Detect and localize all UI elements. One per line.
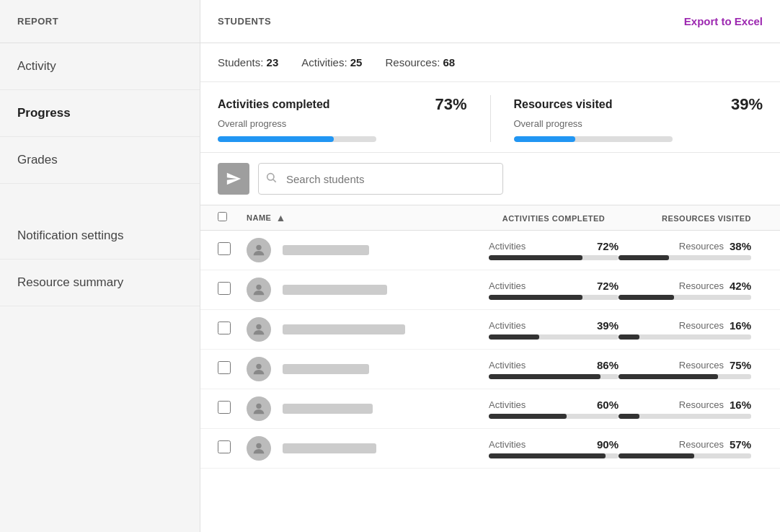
svg-point-7	[256, 443, 261, 448]
avatar-0	[247, 238, 271, 262]
progress-divider	[490, 95, 491, 142]
table-header-row: NAME ▲ ACTIVITIES COMPLETED RESOURCES VI…	[200, 205, 780, 231]
row-resources-1: Resources 42%	[619, 280, 763, 300]
send-icon	[226, 171, 241, 187]
row-checkbox-wrap	[218, 322, 247, 337]
table-row: Activities 72% Resources 42%	[200, 270, 780, 310]
row-activities-5: Activities 90%	[489, 438, 619, 458]
resources-value: 68	[443, 56, 456, 68]
main-title: STUDENTS	[218, 16, 271, 27]
row-resources-4: Resources 16%	[619, 399, 763, 419]
students-table: NAME ▲ ACTIVITIES COMPLETED RESOURCES VI…	[200, 205, 780, 532]
row-activities-0: Activities 72%	[489, 240, 619, 260]
row-checkbox-1[interactable]	[218, 282, 231, 295]
row-checkbox-4[interactable]	[218, 401, 231, 414]
activities-value: 25	[350, 56, 363, 68]
row-activities-3: Activities 86%	[489, 359, 619, 379]
search-wrap	[258, 163, 503, 195]
row-resources-0: Resources 38%	[619, 240, 763, 260]
row-name-1	[247, 278, 489, 302]
svg-point-4	[256, 324, 261, 329]
svg-point-5	[256, 364, 261, 369]
resources-visited-block: Resources visited 39% Overall progress	[514, 95, 763, 142]
avatar-icon-4	[251, 401, 267, 417]
select-all-checkbox[interactable]	[218, 212, 227, 221]
activities-column-label: ACTIVITIES COMPLETED	[502, 214, 606, 223]
name-bar-1	[283, 285, 387, 295]
row-activities-1: Activities 72%	[489, 280, 619, 300]
activities-completed-label: Activities completed	[218, 98, 330, 111]
table-row: Activities 86% Resources 75%	[200, 350, 780, 389]
students-label: Students: 23	[218, 56, 278, 68]
sidebar-item-resource-summary[interactable]: Resource summary	[0, 260, 200, 306]
sidebar-header: REPORT	[0, 0, 200, 43]
search-icon	[265, 172, 277, 186]
sidebar-item-activity[interactable]: Activity	[0, 43, 200, 90]
sidebar: REPORT Activity Progress Grades Notifica…	[0, 0, 200, 532]
row-checkbox-wrap	[218, 440, 247, 456]
avatar-icon-3	[251, 361, 267, 377]
col-name-header: NAME ▲	[247, 212, 489, 223]
sidebar-item-grades[interactable]: Grades	[0, 137, 200, 184]
row-checkbox-2[interactable]	[218, 322, 231, 334]
avatar-1	[247, 278, 271, 302]
activities-label: Activities: 25	[301, 56, 362, 68]
table-row: Activities 90% Resources 57%	[200, 429, 780, 469]
avatar-3	[247, 357, 271, 381]
table-row: Activities 72% Resources 38%	[200, 231, 780, 270]
row-checkbox-wrap	[218, 401, 247, 417]
name-bar-2	[283, 324, 405, 334]
svg-point-3	[256, 285, 261, 290]
students-value: 23	[267, 56, 279, 68]
resources-label: Resources: 68	[385, 56, 455, 68]
svg-point-0	[267, 174, 274, 180]
activities-completed-pct: 73%	[435, 95, 466, 114]
stats-bar: Students: 23 Activities: 25 Resources: 6…	[200, 43, 780, 82]
row-checkbox-wrap	[218, 361, 247, 377]
row-resources-3: Resources 75%	[619, 359, 763, 379]
row-name-5	[247, 436, 489, 461]
name-bar-0	[283, 245, 369, 255]
export-button[interactable]: Export to Excel	[684, 15, 763, 27]
row-checkbox-wrap	[218, 242, 247, 258]
name-bar-5	[283, 443, 376, 453]
activities-progress-bar	[218, 136, 376, 142]
name-bar-4	[283, 404, 373, 414]
row-activities-4: Activities 60%	[489, 399, 619, 419]
header-checkbox-wrap	[218, 211, 247, 224]
row-activities-2: Activities 39%	[489, 319, 619, 340]
row-resources-2: Resources 16%	[619, 319, 763, 340]
svg-point-6	[256, 404, 261, 409]
row-checkbox-0[interactable]	[218, 242, 231, 255]
avatar-icon-5	[251, 440, 267, 456]
activities-progress-fill	[218, 136, 334, 142]
resources-visited-label: Resources visited	[514, 98, 613, 111]
resources-visited-pct: 39%	[731, 95, 763, 114]
avatar-5	[247, 436, 271, 461]
sort-icon[interactable]: ▲	[275, 212, 285, 223]
avatar-icon-1	[251, 282, 267, 298]
activities-overall-label: Overall progress	[218, 118, 467, 129]
svg-line-1	[273, 179, 276, 182]
row-name-2	[247, 317, 489, 342]
table-row: Activities 39% Resources 16%	[200, 310, 780, 350]
search-input[interactable]	[258, 163, 503, 195]
toolbar	[200, 153, 780, 205]
send-button[interactable]	[218, 163, 249, 195]
progress-section: Activities completed 73% Overall progres…	[200, 82, 780, 153]
row-resources-5: Resources 57%	[619, 438, 763, 458]
sidebar-item-progress[interactable]: Progress	[0, 90, 200, 137]
main-header: STUDENTS Export to Excel	[200, 0, 780, 43]
table-body: Activities 72% Resources 38%	[200, 231, 780, 469]
row-checkbox-3[interactable]	[218, 361, 231, 374]
sidebar-item-notification-settings[interactable]: Notification settings	[0, 213, 200, 260]
resources-column-label: RESOURCES VISITED	[662, 214, 751, 223]
sidebar-header-label: REPORT	[17, 16, 58, 27]
name-bar-3	[283, 364, 369, 374]
avatar-icon-2	[251, 322, 267, 337]
table-row: Activities 60% Resources 16%	[200, 389, 780, 429]
avatar-4	[247, 396, 271, 421]
avatar-2	[247, 317, 271, 342]
row-checkbox-5[interactable]	[218, 440, 231, 453]
main-content: STUDENTS Export to Excel Students: 23 Ac…	[200, 0, 780, 532]
